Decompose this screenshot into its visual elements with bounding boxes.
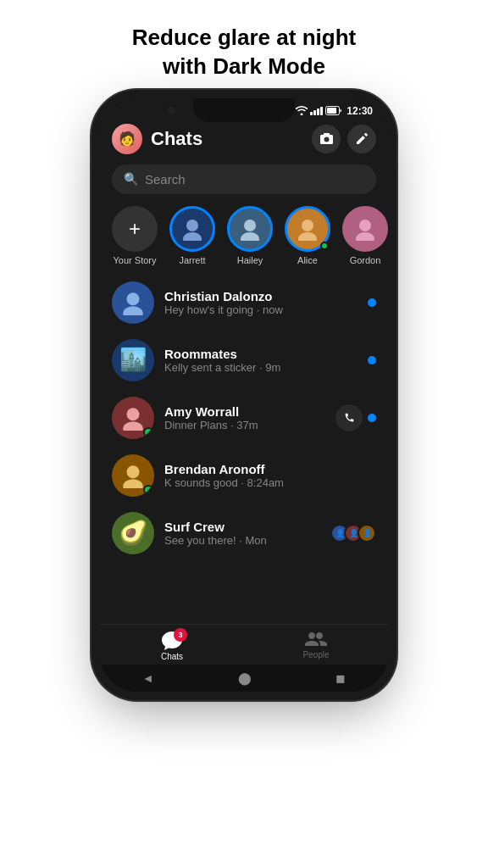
svg-point-4 xyxy=(244,220,256,231)
chat-name-christian: Christian Dalonzo xyxy=(164,289,358,303)
user-avatar[interactable]: 🧑 xyxy=(112,124,142,154)
svg-point-10 xyxy=(127,292,140,305)
story-avatar-jarrett xyxy=(169,206,215,252)
chat-item-amy[interactable]: Amy Worrall Dinner Plans · 37m xyxy=(100,389,388,447)
stories-row: + Your Story Jarrett Hailey xyxy=(100,203,388,274)
chats-label: Chats xyxy=(161,652,183,661)
chat-item-roommates[interactable]: 🏙️ Roommates Kelly sent a sticker · 9m xyxy=(100,331,388,389)
nav-item-chats[interactable]: 3 Chats xyxy=(100,632,244,661)
unread-dot-christian xyxy=(368,298,376,307)
call-button-amy[interactable] xyxy=(336,404,363,431)
chat-avatar-amy xyxy=(112,397,154,439)
svg-point-6 xyxy=(302,220,313,231)
chat-avatar-brendan xyxy=(112,454,154,497)
app-header: 🧑 Chats xyxy=(100,117,388,161)
chat-preview-surf-crew: See you there! · Mon xyxy=(164,534,320,547)
chats-badge: 3 xyxy=(174,628,187,642)
page-heading: Reduce glare at night with Dark Mode xyxy=(98,0,390,98)
header-actions xyxy=(312,125,376,153)
chat-info-amy: Amy Worrall Dinner Plans · 37m xyxy=(164,404,325,431)
chat-item-brendan[interactable]: Brendan Aronoff K sounds good · 8:24am xyxy=(100,447,388,504)
story-label-alice: Alice xyxy=(297,255,318,265)
story-item-gordon[interactable]: Gordon xyxy=(342,206,388,265)
people-nav-icon-wrap xyxy=(305,632,327,648)
recents-button[interactable]: ◼ xyxy=(336,671,346,685)
phone-notch xyxy=(193,98,295,122)
home-button[interactable]: ⬤ xyxy=(238,671,252,685)
chat-item-christian[interactable]: Christian Dalonzo Hey how's it going · n… xyxy=(100,274,388,331)
signal-icon xyxy=(310,106,323,115)
svg-point-14 xyxy=(127,465,140,478)
svg-point-7 xyxy=(298,232,317,241)
back-button[interactable]: ◄ xyxy=(142,671,154,685)
svg-point-5 xyxy=(241,232,259,241)
chat-preview-christian: Hey how's it going · now xyxy=(164,303,358,316)
surf-crew-group-avatars: 👤 👤 👤 xyxy=(330,524,376,542)
chat-avatar-roommates: 🏙️ xyxy=(112,339,154,381)
svg-point-9 xyxy=(356,232,374,241)
svg-point-15 xyxy=(123,479,143,488)
story-avatar-hailey xyxy=(227,206,273,252)
chat-name-roommates: Roommates xyxy=(164,347,358,361)
story-item-hailey[interactable]: Hailey xyxy=(227,206,273,265)
header-title: Chats xyxy=(151,128,303,150)
chat-item-surf-crew[interactable]: 🥑 Surf Crew See you there! · Mon 👤 👤 👤 xyxy=(100,504,388,562)
svg-point-12 xyxy=(127,408,140,420)
camera-button[interactable] xyxy=(312,125,341,153)
chat-preview-brendan: K sounds good · 8:24am xyxy=(164,476,376,489)
online-dot-brendan xyxy=(143,485,153,495)
edit-button[interactable] xyxy=(347,125,376,153)
story-online-dot-alice xyxy=(320,242,329,250)
chat-actions-christian xyxy=(368,298,376,307)
story-item-your-story[interactable]: + Your Story xyxy=(112,206,158,265)
people-label: People xyxy=(302,650,329,659)
chat-preview-amy: Dinner Plans · 37m xyxy=(164,419,325,431)
android-nav-bar: ◄ ⬤ ◼ xyxy=(100,665,388,692)
story-add-button[interactable]: + xyxy=(112,206,158,252)
search-bar[interactable]: 🔍 Search xyxy=(112,164,376,194)
svg-point-2 xyxy=(186,220,198,231)
story-item-jarrett[interactable]: Jarrett xyxy=(169,206,215,265)
phone-screen: 12:30 🧑 Chats xyxy=(100,98,388,692)
status-time: 12:30 xyxy=(347,105,373,117)
chat-preview-roommates: Kelly sent a sticker · 9m xyxy=(164,361,358,374)
chat-actions-amy xyxy=(336,404,376,431)
wifi-icon xyxy=(296,106,308,115)
svg-point-8 xyxy=(359,220,371,231)
battery-icon xyxy=(325,106,342,115)
chat-info-surf-crew: Surf Crew See you there! · Mon xyxy=(164,520,320,547)
story-item-alice[interactable]: Alice xyxy=(285,206,330,265)
story-label-gordon: Gordon xyxy=(350,255,381,265)
search-placeholder: Search xyxy=(145,172,186,186)
people-icon xyxy=(305,632,327,648)
story-label-hailey: Hailey xyxy=(237,255,263,265)
chat-actions-roommates xyxy=(368,356,376,364)
unread-dot-roommates xyxy=(368,356,376,364)
headline-line2: with Dark Mode xyxy=(163,53,325,79)
headline-line1: Reduce glare at night xyxy=(132,25,356,50)
search-icon: 🔍 xyxy=(124,172,138,186)
svg-point-13 xyxy=(123,421,143,431)
svg-point-3 xyxy=(183,232,202,241)
chat-info-brendan: Brendan Aronoff K sounds good · 8:24am xyxy=(164,462,376,489)
chat-name-surf-crew: Surf Crew xyxy=(164,520,320,534)
chat-list: Christian Dalonzo Hey how's it going · n… xyxy=(100,274,388,624)
story-avatar-gordon xyxy=(342,206,388,252)
story-label-your-story: Your Story xyxy=(114,255,157,265)
chat-avatar-christian xyxy=(112,281,154,324)
unread-dot-amy xyxy=(368,414,376,422)
online-dot-amy xyxy=(143,427,153,437)
bottom-nav: 3 Chats People xyxy=(100,624,388,665)
svg-point-11 xyxy=(123,306,143,315)
story-label-jarrett: Jarrett xyxy=(179,255,205,265)
svg-rect-1 xyxy=(327,108,336,114)
status-icons xyxy=(296,106,342,115)
chat-info-roommates: Roommates Kelly sent a sticker · 9m xyxy=(164,347,358,374)
chat-info-christian: Christian Dalonzo Hey how's it going · n… xyxy=(164,289,358,316)
phone-wrapper: 12:30 🧑 Chats xyxy=(100,98,388,692)
chats-nav-icon-wrap: 3 xyxy=(162,632,182,650)
chat-name-amy: Amy Worrall xyxy=(164,404,325,419)
chat-name-brendan: Brendan Aronoff xyxy=(164,462,376,476)
nav-item-people[interactable]: People xyxy=(244,632,388,661)
chat-actions-surf-crew: 👤 👤 👤 xyxy=(330,524,376,542)
